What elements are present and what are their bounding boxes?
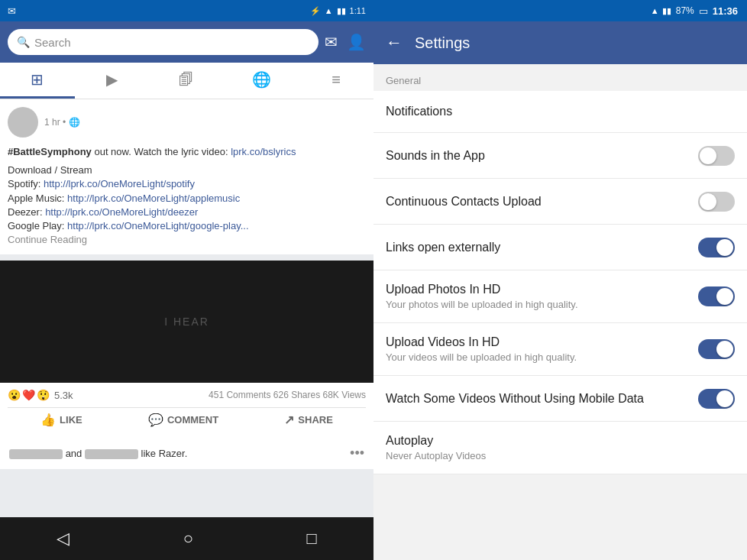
post-line1: #BattleSymphony out now. Watch the lyric…: [8, 145, 366, 159]
wifi-icon-left: ▲: [325, 6, 333, 15]
bottom-nav: ◁ ○ □: [0, 517, 374, 560]
settings-item-notifications[interactable]: Notifications: [374, 91, 747, 133]
reaction-haha: 😲: [37, 389, 50, 401]
fb-topbar: 🔍 Search ✉ 👤: [0, 21, 374, 63]
autoplay-subtitle: Never Autoplay Videos: [386, 450, 726, 461]
post-link1[interactable]: lprk.co/bslyrics: [231, 146, 296, 157]
post-meta: 1 hr • 🌐: [44, 117, 366, 128]
search-bar[interactable]: 🔍 Search: [8, 29, 319, 55]
videos-hd-text: Upload Videos In HD Your videos will be …: [386, 335, 698, 363]
recent-apps-button[interactable]: □: [306, 529, 316, 549]
mobile-data-text: Watch Some Videos Without Using Mobile D…: [386, 392, 698, 406]
feed-content: 1 hr • 🌐 #BattleSymphony out now. Watch …: [0, 99, 374, 517]
post-spotify: Spotify: http://lprk.co/OneMoreLight/spo…: [8, 177, 366, 191]
messenger-icon[interactable]: ✉: [325, 33, 338, 51]
sounds-text: Sounds in the App: [386, 149, 698, 163]
autoplay-title: Autoplay: [386, 434, 726, 448]
settings-item-contacts[interactable]: Continuous Contacts Upload: [374, 179, 747, 225]
engagement-stats: 451 Comments 626 Shares 68K Views: [209, 390, 366, 400]
autoplay-text: Autoplay Never Autoplay Videos: [386, 434, 735, 461]
post-time: 1 hr • 🌐: [44, 117, 366, 128]
home-button[interactable]: ○: [183, 529, 193, 549]
settings-item-mobile-data[interactable]: Watch Some Videos Without Using Mobile D…: [374, 376, 747, 422]
continue-reading[interactable]: Continue Reading: [8, 233, 366, 247]
photos-hd-subtitle: Your photos will be uploaded in high qua…: [386, 299, 689, 310]
settings-title: Settings: [415, 34, 470, 52]
photos-hd-toggle[interactable]: [698, 286, 735, 306]
photos-hd-toggle-knob: [716, 288, 733, 305]
blurred-name1: [9, 449, 63, 459]
reactions-actions: 👍 LIKE 💬 COMMENT ↗ SHARE: [8, 408, 366, 432]
like-icon: 👍: [40, 413, 56, 427]
back-button[interactable]: ◁: [57, 529, 70, 549]
settings-item-photos-hd[interactable]: Upload Photos In HD Your photos will be …: [374, 270, 747, 323]
post-download: Download / Stream: [8, 163, 366, 177]
post-avatar: [8, 107, 38, 138]
video-text: I HEAR: [164, 316, 209, 328]
videos-hd-toggle[interactable]: [698, 339, 735, 359]
signal-icon-right: ▮▮: [662, 6, 671, 16]
fb-nav: ⊞ ▶ 🗐 🌐 ≡: [0, 63, 374, 99]
settings-item-autoplay[interactable]: Autoplay Never Autoplay Videos: [374, 422, 747, 474]
search-icon: 🔍: [17, 36, 30, 48]
post-google: Google Play: http://lprk.co/OneMoreLight…: [8, 219, 366, 233]
photos-hd-title: Upload Photos In HD: [386, 283, 689, 296]
signal-icon-left: ▮▮: [337, 6, 346, 16]
search-placeholder: Search: [34, 36, 71, 49]
settings-item-links[interactable]: Links open externally: [374, 225, 747, 270]
back-arrow-button[interactable]: ←: [386, 33, 403, 53]
photos-hd-text: Upload Photos In HD Your photos will be …: [386, 283, 698, 310]
links-toggle[interactable]: [698, 238, 735, 257]
post-deezer: Deezer: http://lprk.co/OneMoreLight/deez…: [8, 206, 366, 219]
status-bar-left: ✉ ⚡ ▲ ▮▮ 1:11: [0, 0, 374, 21]
post-body: #BattleSymphony out now. Watch the lyric…: [0, 145, 374, 254]
post-apple: Apple Music: http://lprk.co/OneMoreLight…: [8, 192, 366, 206]
share-button[interactable]: ↗ SHARE: [284, 413, 333, 427]
contacts-toggle[interactable]: [698, 192, 735, 212]
time-right: 11:36: [713, 5, 738, 17]
status-icons-left: ⚡ ▲ ▮▮ 1:11: [310, 6, 366, 16]
mobile-data-title: Watch Some Videos Without Using Mobile D…: [386, 392, 689, 406]
nav-groups[interactable]: 🌐: [224, 63, 299, 99]
post-hashtag: #BattleSymphony: [8, 146, 92, 157]
settings-item-sounds[interactable]: Sounds in the App: [374, 133, 747, 179]
contacts-title: Continuous Contacts Upload: [386, 195, 689, 209]
more-options-icon[interactable]: •••: [350, 445, 364, 461]
like-button[interactable]: 👍 LIKE: [40, 413, 82, 427]
nav-marketplace[interactable]: 🗐: [150, 63, 225, 99]
section-label-general: General: [374, 64, 747, 91]
mobile-data-toggle[interactable]: [698, 389, 735, 409]
marketplace-icon: 🗐: [179, 71, 194, 89]
contacts-toggle-knob: [700, 193, 716, 210]
whatsapp-icon: ✉: [8, 5, 16, 17]
settings-item-videos-hd[interactable]: Upload Videos In HD Your videos will be …: [374, 323, 747, 376]
home-icon: ⊞: [31, 70, 44, 89]
wifi-icon-right: ▲: [651, 6, 659, 15]
reactions-bar: 😮 ❤️ 😲 5.3k 451 Comments 626 Shares 68K …: [0, 383, 374, 438]
contacts-text: Continuous Contacts Upload: [386, 195, 698, 209]
people-icon[interactable]: 👤: [347, 33, 366, 51]
reactions-icons: 😮 ❤️ 😲 5.3k: [8, 389, 73, 401]
share-icon: ↗: [284, 413, 294, 427]
right-panel: ▲ ▮▮ 87% ▭ 11:36 ← Settings General Noti…: [374, 0, 747, 560]
reactions-total: 5.3k: [54, 390, 73, 401]
links-text: Links open externally: [386, 241, 698, 254]
reactions-counts: 😮 ❤️ 😲 5.3k 451 Comments 626 Shares 68K …: [8, 389, 366, 408]
globe-post-icon: • 🌐: [63, 117, 80, 128]
comment-notification: and like Razer. •••: [0, 438, 374, 469]
sounds-toggle[interactable]: [698, 146, 735, 166]
settings-content: General Notifications Sounds in the App …: [374, 64, 747, 560]
videos-hd-toggle-knob: [716, 341, 733, 358]
video-icon: ▶: [106, 70, 118, 89]
reaction-heart: ❤️: [22, 389, 35, 401]
battery-text: 87%: [676, 5, 694, 16]
bluetooth-icon: ⚡: [310, 6, 321, 16]
nav-video[interactable]: ▶: [75, 63, 150, 99]
comment-button[interactable]: 💬 COMMENT: [148, 413, 218, 427]
nav-home[interactable]: ⊞: [0, 63, 75, 99]
sounds-toggle-knob: [700, 147, 716, 164]
video-frame[interactable]: I HEAR: [0, 261, 374, 383]
nav-menu[interactable]: ≡: [299, 63, 374, 99]
status-icons-right: ▲ ▮▮: [651, 6, 671, 16]
mobile-data-toggle-knob: [716, 390, 733, 407]
